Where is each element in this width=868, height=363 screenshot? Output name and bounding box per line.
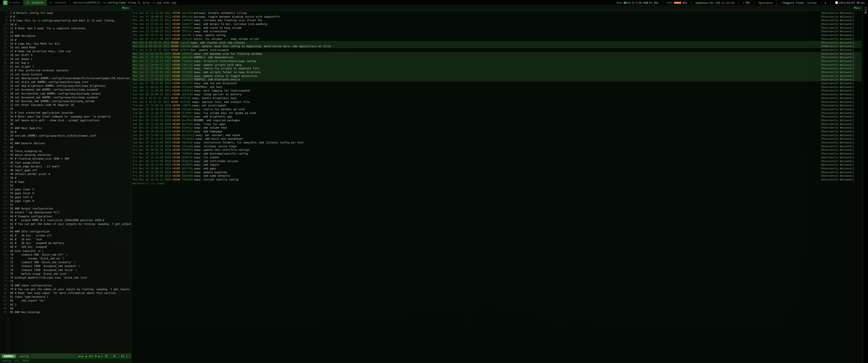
gitlog-entry[interactable]: Fri Dec 18 15:13:38 2020+0100 bb8073aswa… [132,156,862,159]
code-line: 37 ### Host Specific [10,126,129,130]
gitlog-entry[interactable]: Thu Jan 14 22:01:11 2021+0100 3a4e577swa… [132,22,862,26]
topbar-path-area: Walewski@XOPUL61 ~/.config/sway sleep 3;… [70,1,433,4]
gitlog-entry[interactable]: Fri Dec 18 21:32:24 2020+0100 2f4cab0swa… [132,144,862,148]
gitlog-title-label: Main [854,6,861,9]
gitlog-entry[interactable]: Mon Jan 21 14:07:45 2021+0100 f67d4b6swa… [132,70,862,74]
gitlog-entry[interactable]: Mon Jan 21 21:25:17 2021+0100 77ba82dswa… [132,59,862,63]
status-music-extra: Xoleme [807,1,817,4]
code-line: 24 set $background $HOME/.config/Cloud/x… [10,76,129,80]
status-brightness: ☀ 70% [742,1,751,4]
path-command: sleep 3; grip -i.jpg sway.jpg [128,1,176,4]
gitlog-entry[interactable]: Mon Jan 21 18:03:13 2021+0100 7385cb5swa… [132,63,862,67]
gitlog-entry[interactable]: Sun Jan 11 21:30:06 2021+0100 8f8381dswa… [132,89,862,93]
code-line: 49 default_border pixel 4 [10,172,129,176]
code-line: 33 # Your preferred application launcher [10,111,129,115]
gitlog-entry[interactable]: Sun Jan 3 23:27:22 2021+0100 9f97243sway… [132,96,862,100]
status-arrow: ► [824,1,828,4]
gitlog-entry[interactable]: Fri Dec 18 18:33:52 2020+0100 7b58bfbswa… [132,152,862,156]
tab-firefox[interactable]: F Firefox [0,0,24,5]
gitlog-entry[interactable]: Sun Jan 10 23:05:23 2021+0100 ab43190swa… [132,93,862,96]
gitlog-entry[interactable]: Fri Dec 18 15:33:40 2020+0100 5d3e9a8swa… [132,174,862,178]
gitlog-entry[interactable]: Mon Jan 21 15:29:42 2021+0100 7ab9c00swa… [132,67,862,70]
gitlog-content[interactable]: Fri Jan 15 21:53:04 2021+0190 d4afe60par… [131,10,863,363]
gitlog-entry[interactable]: Sat Dec 19 11:83:13 2020+0100 a1c6c5c5sw… [132,133,862,137]
code-line: 42 [10,145,129,149]
main-layout: Main 78910111213141516171819202122232425… [0,5,868,363]
sep6 [821,1,821,4]
gitlog-entry[interactable]: Thu Jan 14 22:02:53 2021+0100 1a09020swa… [132,19,862,22]
gitlog-entry[interactable]: Fri Dec 18 14:53:38 2020+0100 b6a0af0swa… [132,159,862,163]
code-line: 34 # Note: pass the final command to 'sw… [10,115,129,119]
code-line: 27 set $suspend_cmd $HOME/.config/sway/b… [10,88,129,92]
code-line: 46 font pango:$font [10,161,129,165]
status-ignorance-label: Ignorance [758,1,773,4]
gitlog-entry[interactable]: Fri Dec 18 11:02:31 2020+0100 5b0be1aswa… [132,115,862,119]
gitlog-entry[interactable]: Sat Dec 19 13:03:51 2020+0100 9ac8562REA… [132,119,862,122]
editor-content[interactable]: 7891011121314151617181920212223242526272… [0,10,131,354]
code-line: 39 include $HOME/.config/sway/hosts.d/$(… [10,134,129,138]
status-cpu-label: CPU: [667,1,673,4]
status-cpu-bar [674,2,682,4]
gitlog-entry[interactable]: Sat Dec 19 11:14:43 2020+0100 d9ed1abswa… [132,141,862,144]
code-line: 11 # Read 'man 5 sway' for a complete re… [10,27,129,30]
code-line: 75 before-sleep '$lock_cmd lock' [10,272,129,276]
status-net-user: oomonous [695,1,708,4]
gitlog-entry[interactable]: Tue Dec 23 11:26:21 2020+0100 c26075sway… [132,104,862,107]
editor-pane: Main 78910111213141516171819202122232425… [0,5,131,363]
code-line: 52 [10,184,129,188]
gitlog-entry[interactable]: Thu Jan 07 13:17:30 2021+0100 fatecb1hos… [132,37,862,41]
gitlog-entry[interactable]: Mon Jan 17 12:46:03 2021+0100 80d5978TOD… [132,78,862,81]
gitlog-entry[interactable]: Sat Dec 19 10:13:28 2020+0100 977a3f5swa… [132,130,862,133]
code-line: 38 # [10,130,129,134]
gitlog-entry[interactable]: Sat Dec 19 11:14:43 2020+0100 77c4b4b5sw… [132,137,862,141]
gitlog-entry[interactable]: Fri Dec 18 20:02:26 2020+0100 d9b097aswa… [132,148,862,152]
gitlog-entry[interactable]: Wed Jan 13 17:13:33 2021+0100 70765faswa… [132,26,862,30]
status-cpu-bar-fill [674,2,681,4]
status-network: oomonous 192.168.11.62/24 [694,1,736,4]
statusbar-position: 81:1 [120,355,129,358]
gitlog-entry[interactable]: Fri Jan 15 20:08:42 2021+0100 d00c46epar… [132,15,862,19]
status-music-sep: - [805,1,806,4]
code-line: 85 ### Key bindings [10,310,129,314]
gitlog-entry[interactable]: Sun Jan 8 12:17:33 2021+0100 321755csway… [132,100,862,104]
gitlog-entry[interactable]: Mon Jan 4 10:16:14 2021+0100 c1bc91sway:… [132,41,862,45]
datetime-icon: 🕐 [835,1,838,4]
gitlog-entry[interactable]: Fri Dec 18 13:15:29 2020+0100 0d7c2c8swa… [132,170,862,174]
code-line: 40 [10,138,129,141]
gitlog-entry[interactable]: Mon Jan 17 17:17:20 2021+0100 72f543bswa… [132,74,862,78]
topbar-right: Mem: 9.7/30.9GB 31.46% CPU: 94% oomonous… [433,1,868,4]
gitlog-entry[interactable]: Thu Jan 07 13:57:52 2021+0100 aaaf00 9sw… [132,33,862,37]
gitlog-entry[interactable]: Tue Dec 22 11:20:31 2020+0100 b1399b7swa… [132,111,862,115]
gitlog-entry[interactable]: Mon Jan 8 10:18:39 2021+0100 f66599dsway… [132,44,862,48]
tab-termite-1[interactable]: 2: termite [24,0,46,5]
gitlog-entry[interactable]: Mon Jan 21 21:29:15 2021+0100 a0bed10GON… [132,56,862,59]
code-line: 61 # output HDMI-A-1 resolution 1920x108… [10,218,129,222]
code-line: 17 # Home row direction keys, like vim [10,50,129,53]
gitlog-entry[interactable]: Sun Jan 11 06:01:21 2021+0100 bf1155dTOD… [132,85,862,89]
status-datetime: 🕐 2021/02/01 09:8u [834,1,866,4]
gitlog-entry[interactable]: Fri Jan 8 13:12:31 2021+0100 a935f1bin: … [132,48,862,52]
code-area[interactable]: 7 # Default config for sway8 #9 # Copy t… [8,10,131,354]
gitlog-entry[interactable]: Fri Jan 15 21:53:04 2021+0190 d4afe60par… [132,11,862,15]
code-line: 84 [10,306,129,310]
gitlog-entry[interactable]: Thu Dec 18 14:25:21 2020+0100 7f0e810swa… [132,178,862,182]
gitlog-entry[interactable]: Fri Dec 18 16:00:13 2020+0100 9d7c156swa… [132,167,862,170]
tab-termite-2[interactable]: 3: termite [47,0,70,5]
code-line: 47 hide_edge_borders --i3 smart [10,165,129,168]
gitlog-entry[interactable]: Sun Jan 17 10:31:06 2021+0100 4a571f4swa… [132,81,862,85]
gitlog-entry[interactable]: Wed Jan 13 13:08:29 2021+0100 79f7e2cswa… [132,30,862,33]
code-line: 36 [10,122,129,126]
code-line: 26 set $bg-brightness $HOME/.config/sway… [10,84,129,88]
gitlog-entry[interactable]: Walewski-2 ~/c./sway [132,182,862,185]
gitlog-entry[interactable]: Sat Dec 19 13:03:22 2020+0100 42a4bc2swa… [132,126,862,130]
gitlog-titlebar: Main [131,5,863,10]
gitlog-entry[interactable]: Mon Jan 21 21:51:45 2021+0100 a15887aswa… [132,52,862,56]
status-mem: Mem: 9.7/30.9GB 31.46% [616,1,659,4]
gitlog-entry[interactable]: Sat Dec 19 11:53:38 2020+0100 9ee7af0swa… [132,122,862,126]
gitlog-entry[interactable]: Fri Dec 18 19:72:35 2020+0100 dc29615swa… [132,163,862,167]
gitlog-entry[interactable]: Wed Dec 20 30:38:30 2020+0100 e83apb3swa… [132,107,862,111]
code-line: 50 # [10,176,129,180]
tab-firefox-label: Firefox [8,1,20,4]
editor-titlebar: Main [0,5,131,10]
status-datetime-value: 2021/02/01 09:8u [839,1,865,4]
